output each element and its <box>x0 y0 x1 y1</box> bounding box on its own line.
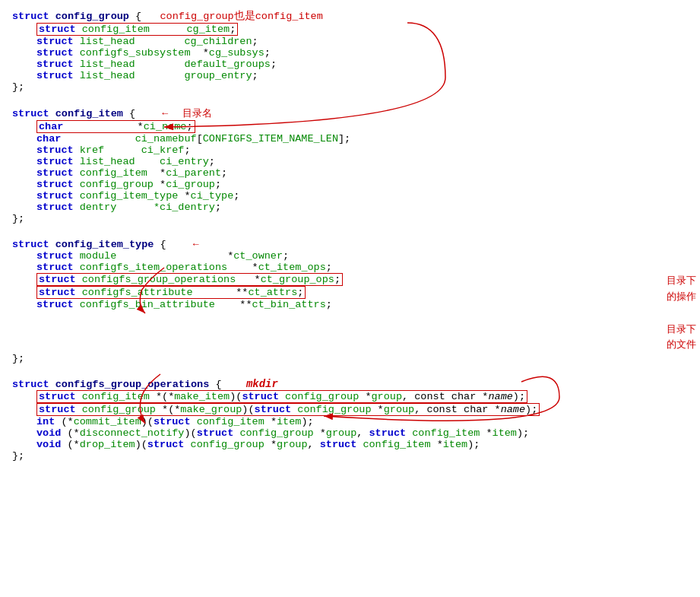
field-disconnect-notify: void (*disconnect_notify)(struct config_… <box>36 427 696 439</box>
section-header: struct configfs_group_operations { mkdir <box>12 378 696 390</box>
field-default-groups: struct list_head default_groups; <box>36 59 696 70</box>
field-ci-kref: struct kref ci_kref; <box>36 144 696 156</box>
field-ct-owner: struct module *ct_owner; <box>36 250 659 262</box>
field-ci-dentry: struct dentry *ci_dentry; <box>36 202 696 213</box>
field-commit-item: int (*commit_item)(struct config_item *i… <box>36 416 696 427</box>
field-make-group: struct config_group *(*make_group)(struc… <box>36 403 696 416</box>
field-ci-entry: struct list_head ci_entry; <box>36 156 696 167</box>
section-config-item: struct config_item { ← 目录名 char *ci_name… <box>12 106 696 224</box>
section-footer: }; <box>12 353 696 364</box>
section-footer: }; <box>12 213 696 224</box>
field-make-item: struct config_item *(*make_item)(struct … <box>36 390 696 403</box>
field-ci-namebuf: char ci_namebuf[CONFIGFS_ITEM_NAME_LEN]; <box>36 133 696 144</box>
annotation-ops-files: 目录下的操作 目录下的文件 <box>667 250 696 353</box>
section-header: struct config_item_type { ← <box>12 238 696 250</box>
fields-config-item-type: struct module *ct_owner; struct configfs… <box>12 250 659 310</box>
section-config-group: struct config_group { config_group也是conf… <box>12 9 696 93</box>
section-configfs-group-ops: struct configfs_group_operations { mkdir… <box>12 378 696 462</box>
field-cg-item: struct config_item cg_item; <box>36 23 696 36</box>
field-cg-subsys: struct configfs_subsystem *cg_subsys; <box>36 47 696 59</box>
section-header: struct config_item { ← 目录名 <box>12 106 696 120</box>
field-cg-children: struct list_head cg_children; <box>36 36 696 47</box>
section-footer: }; <box>12 81 696 93</box>
field-ci-group: struct config_group *ci_group; <box>36 179 696 190</box>
field-ci-type: struct config_item_type *ci_type; <box>36 190 696 202</box>
fields-config-item: char *ci_name; char ci_namebuf[CONFIGFS_… <box>12 120 696 213</box>
section-header: struct config_group { config_group也是conf… <box>12 9 696 23</box>
field-ct-item-ops: struct configfs_item_operations *ct_item… <box>36 262 659 273</box>
field-ct-group-ops: struct configfs_group_operations *ct_gro… <box>36 273 659 286</box>
fields-config-group: struct config_item cg_item; struct list_… <box>12 23 696 81</box>
field-ct-attrs: struct configfs_attribute **ct_attrs; <box>36 286 659 299</box>
section-footer: }; <box>12 450 696 462</box>
section-config-item-type: struct config_item_type { ← struct modul… <box>12 238 696 364</box>
fields-group-ops: struct config_item *(*make_item)(struct … <box>12 390 696 450</box>
field-ct-bin-attrs: struct configfs_bin_attribute **ct_bin_a… <box>36 299 659 310</box>
field-group-entry: struct list_head group_entry; <box>36 70 696 81</box>
field-ci-parent: struct config_item *ci_parent; <box>36 167 696 179</box>
page-wrapper: struct config_group { config_group也是conf… <box>12 9 696 462</box>
field-drop-item: void (*drop_item)(struct config_group *g… <box>36 439 696 450</box>
field-ci-name: char *ci_name; <box>36 120 696 133</box>
